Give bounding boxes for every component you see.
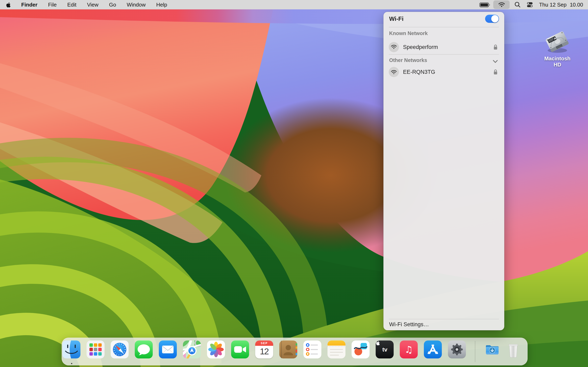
other-networks-header: Other Networks [389, 58, 427, 63]
dock-icon-finder[interactable] [62, 341, 80, 359]
network-name: EE-RQN3TG [403, 69, 435, 75]
desktop-screen: Finder File Edit View Go Window Help [0, 0, 588, 367]
wifi-icon[interactable] [493, 0, 510, 9]
wifi-menu-panel: Wi-Fi Known Network Speedperform Other N… [383, 12, 504, 330]
divider [389, 27, 499, 27]
dock-icon-mail[interactable] [159, 341, 177, 359]
dock-icon-maps[interactable] [183, 341, 201, 359]
volume-label: Macintosh HD [543, 55, 572, 68]
spotlight-search-icon[interactable] [511, 0, 523, 9]
lock-icon [493, 69, 499, 75]
music-note-glyph: ♫ [405, 344, 413, 355]
menu-edit[interactable]: Edit [62, 0, 82, 9]
network-name: Speedperform [403, 44, 438, 50]
dock-icon-downloads[interactable] [483, 341, 501, 359]
network-row-speedperform[interactable]: Speedperform [389, 42, 499, 52]
wifi-signal-icon [389, 67, 399, 77]
clock-time: 10.00 [570, 2, 583, 8]
dock-icon-safari[interactable] [111, 341, 129, 359]
dock-icon-messages[interactable] [135, 341, 153, 359]
clock-date: Thu 12 Sep [539, 2, 566, 8]
menu-file[interactable]: File [43, 0, 62, 9]
tv-label: tv [382, 346, 388, 353]
wifi-toggle-knob [491, 15, 499, 22]
divider [389, 319, 499, 319]
dock-icon-notes[interactable] [328, 341, 346, 359]
network-row-ee-rqn3tg[interactable]: EE-RQN3TG [389, 67, 499, 77]
hard-drive-icon [544, 29, 571, 55]
dock-icon-app-store[interactable] [424, 341, 442, 359]
dock-icon-calendar[interactable]: SEP 12 [255, 341, 273, 359]
menu-go[interactable]: Go [104, 0, 121, 9]
apple-icon [6, 1, 11, 8]
dock-icon-reminders[interactable] [303, 341, 321, 359]
dock-icon-facetime[interactable] [231, 341, 249, 359]
battery-icon[interactable] [478, 0, 492, 9]
lock-icon [493, 44, 499, 50]
dock-icon-freeform[interactable] [352, 341, 370, 359]
menu-bar: Finder File Edit View Go Window Help [0, 0, 588, 9]
dock-separator [475, 341, 475, 362]
dock: SEP 12 [62, 338, 527, 365]
dock-icon-system-settings[interactable] [448, 341, 466, 359]
finder-running-indicator [71, 363, 72, 364]
dock-icon-contacts[interactable] [279, 341, 297, 359]
wifi-toggle[interactable] [485, 15, 499, 23]
control-center-icon[interactable] [523, 0, 536, 9]
calendar-day: 12 [255, 346, 273, 357]
dock-icon-launchpad[interactable] [86, 341, 104, 359]
dock-icon-photos[interactable] [207, 341, 225, 359]
apple-logo [376, 341, 380, 346]
calendar-month: SEP [255, 341, 273, 346]
menu-help[interactable]: Help [151, 0, 173, 9]
divider [389, 54, 499, 55]
menubar-clock[interactable]: Thu 12 Sep 10.00 [536, 2, 588, 8]
chevron-down-icon[interactable] [493, 58, 498, 64]
wifi-signal-icon [389, 42, 399, 52]
menu-app-name[interactable]: Finder [16, 0, 43, 9]
apple-menu[interactable] [0, 0, 16, 9]
macintosh-hd-desktop-icon[interactable]: Macintosh HD [543, 29, 572, 68]
menu-window[interactable]: Window [121, 0, 151, 9]
dock-icon-music[interactable]: ♫ [400, 341, 418, 359]
dock-icon-tv[interactable]: tv [376, 341, 394, 359]
wifi-panel-title: Wi-Fi [389, 16, 404, 22]
known-network-header: Known Network [389, 31, 428, 36]
wifi-settings-button[interactable]: Wi-Fi Settings… [389, 321, 429, 327]
menu-view[interactable]: View [82, 0, 104, 9]
dock-icon-trash[interactable] [504, 341, 522, 359]
